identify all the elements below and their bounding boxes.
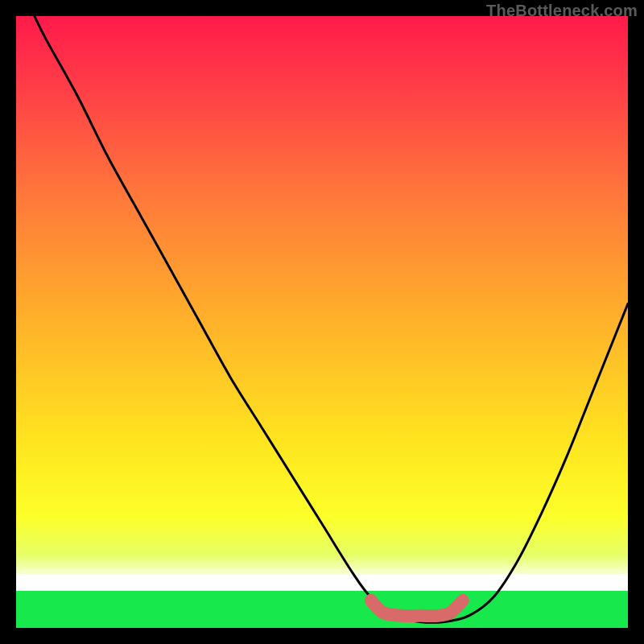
plot-area [16, 16, 628, 628]
optimal-range-marker [371, 601, 463, 616]
curve-layer [16, 16, 628, 628]
bottleneck-curve [35, 16, 628, 622]
chart-frame: TheBottleneck.com [0, 0, 644, 644]
